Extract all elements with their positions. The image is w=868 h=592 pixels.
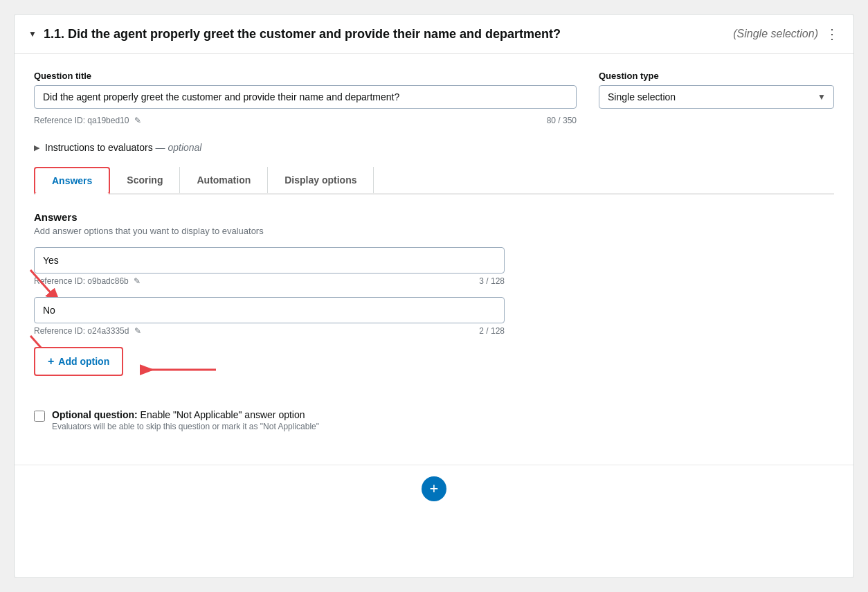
- answer-no-ref-id: Reference ID: o24a3335d ✎: [34, 326, 141, 336]
- card-footer: +: [15, 465, 853, 512]
- optional-question-checkbox[interactable]: [34, 411, 45, 422]
- add-plus-icon: +: [48, 355, 54, 368]
- optional-question-label: Optional question: Enable "Not Applicabl…: [52, 409, 319, 420]
- question-char-count: 80 / 350: [547, 116, 577, 125]
- question-ref-id: Reference ID: qa19bed10 ✎: [34, 116, 141, 125]
- instructions-optional-text: — optional: [156, 142, 202, 153]
- optional-question-text-group: Optional question: Enable "Not Applicabl…: [52, 409, 319, 431]
- tab-display-options[interactable]: Display options: [268, 167, 374, 193]
- optional-question-desc: Evaluators will be able to skip this que…: [52, 422, 319, 431]
- instructions-label: Instructions to evaluators — optional: [45, 142, 201, 153]
- tab-scoring[interactable]: Scoring: [110, 167, 180, 193]
- question-type-label: Question type: [599, 71, 834, 81]
- instructions-chevron-icon: ▶: [34, 143, 39, 152]
- answers-section-title: Answers: [34, 211, 834, 223]
- tabs-row: Answers Scoring Automation Display optio…: [34, 167, 834, 195]
- add-option-button[interactable]: + Add option: [34, 347, 123, 376]
- main-card: ▼ 1.1. Did the agent properly greet the …: [14, 14, 854, 578]
- answer-yes-ref-id: Reference ID: o9badc86b ✎: [34, 276, 141, 286]
- add-bottom-button[interactable]: +: [422, 476, 446, 501]
- question-type-select-wrapper: Single selection Multiple selection Yes/…: [599, 85, 834, 109]
- question-heading: 1.1. Did the agent properly greet the cu…: [44, 27, 721, 42]
- question-title-label: Question title: [34, 71, 577, 81]
- answer-no-input[interactable]: [34, 297, 505, 323]
- question-type-badge: (Single selection): [733, 28, 818, 40]
- answer-no-wrapper: [34, 297, 834, 323]
- ref-edit-icon[interactable]: ✎: [134, 116, 141, 125]
- answer-no-char-count: 2 / 128: [479, 326, 505, 336]
- tab-answers[interactable]: Answers: [34, 167, 110, 195]
- card-body: Question title Reference ID: qa19bed10 ✎…: [15, 54, 853, 448]
- arrow-to-add-option-icon: [140, 356, 223, 384]
- answer-yes-input[interactable]: [34, 247, 505, 273]
- answer-yes-wrapper: [34, 247, 834, 273]
- collapse-chevron-icon[interactable]: ▼: [28, 29, 37, 39]
- answer-yes-edit-icon[interactable]: ✎: [134, 276, 141, 286]
- answer-yes-ref-row: Reference ID: o9badc86b ✎ 3 / 128: [34, 276, 505, 286]
- question-title-group: Question title Reference ID: qa19bed10 ✎…: [34, 71, 577, 136]
- add-option-text: Add option: [58, 356, 109, 367]
- add-option-row: + Add option: [34, 347, 834, 393]
- tab-automation[interactable]: Automation: [180, 167, 268, 193]
- answers-area: Answers Add answer options that you want…: [34, 211, 834, 431]
- more-options-icon[interactable]: ⋮: [825, 26, 840, 42]
- instructions-row[interactable]: ▶ Instructions to evaluators — optional: [34, 142, 834, 153]
- form-row: Question title Reference ID: qa19bed10 ✎…: [34, 71, 834, 136]
- question-type-select[interactable]: Single selection Multiple selection Yes/…: [599, 85, 834, 109]
- question-title-input[interactable]: [34, 85, 577, 109]
- question-type-group: Question type Single selection Multiple …: [599, 71, 834, 109]
- card-header: ▼ 1.1. Did the agent properly greet the …: [15, 15, 853, 54]
- answer-no-edit-icon[interactable]: ✎: [134, 326, 141, 336]
- answers-section-subtitle: Add answer options that you want to disp…: [34, 226, 834, 236]
- optional-question-row: Optional question: Enable "Not Applicabl…: [34, 409, 834, 431]
- answer-no-ref-row: Reference ID: o24a3335d ✎ 2 / 128: [34, 326, 505, 336]
- answer-yes-char-count: 3 / 128: [479, 276, 505, 286]
- question-ref-row: Reference ID: qa19bed10 ✎ 80 / 350: [34, 116, 577, 125]
